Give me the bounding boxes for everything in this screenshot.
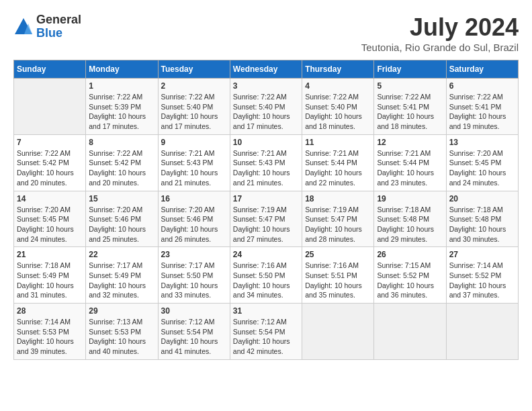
day-info: Sunrise: 7:21 AMSunset: 5:44 PMDaylight:… (305, 148, 371, 188)
day-info: Sunrise: 7:13 AMSunset: 5:53 PMDaylight:… (89, 317, 154, 357)
day-number: 6 (449, 81, 515, 91)
day-number: 9 (161, 138, 227, 147)
day-info: Sunrise: 7:21 AMSunset: 5:44 PMDaylight:… (377, 148, 443, 188)
month-year: July 2024 (361, 13, 519, 42)
calendar-cell (446, 304, 518, 360)
calendar-week-row: 21Sunrise: 7:18 AMSunset: 5:49 PMDayligh… (14, 247, 519, 304)
calendar-cell: 22Sunrise: 7:17 AMSunset: 5:49 PMDayligh… (86, 247, 158, 304)
day-info: Sunrise: 7:12 AMSunset: 5:54 PMDaylight:… (233, 317, 299, 357)
logo-general: General (36, 13, 81, 27)
logo: General Blue (13, 13, 81, 40)
day-number: 11 (305, 138, 371, 147)
calendar-cell: 5Sunrise: 7:22 AMSunset: 5:41 PMDaylight… (374, 79, 446, 135)
day-number: 4 (305, 81, 371, 91)
day-info: Sunrise: 7:19 AMSunset: 5:47 PMDaylight:… (233, 205, 299, 244)
calendar-cell: 28Sunrise: 7:14 AMSunset: 5:53 PMDayligh… (14, 304, 86, 360)
day-number: 15 (89, 194, 154, 203)
header-row: SundayMondayTuesdayWednesdayThursdayFrid… (14, 60, 519, 79)
calendar-cell: 4Sunrise: 7:22 AMSunset: 5:40 PMDaylight… (302, 79, 374, 135)
calendar-cell: 17Sunrise: 7:19 AMSunset: 5:47 PMDayligh… (230, 191, 302, 247)
title-block: July 2024 Teutonia, Rio Grande do Sul, B… (361, 13, 519, 53)
day-info: Sunrise: 7:20 AMSunset: 5:45 PMDaylight:… (17, 205, 83, 244)
logo-text: General Blue (36, 13, 81, 40)
calendar-cell: 26Sunrise: 7:15 AMSunset: 5:52 PMDayligh… (374, 247, 446, 304)
day-number: 25 (305, 250, 371, 259)
calendar-cell: 2Sunrise: 7:22 AMSunset: 5:40 PMDaylight… (158, 79, 230, 135)
day-info: Sunrise: 7:22 AMSunset: 5:39 PMDaylight:… (89, 92, 154, 132)
calendar-week-row: 14Sunrise: 7:20 AMSunset: 5:45 PMDayligh… (14, 191, 519, 247)
weekday-header: Friday (374, 60, 446, 79)
calendar-week-row: 7Sunrise: 7:22 AMSunset: 5:42 PMDaylight… (14, 134, 519, 191)
day-info: Sunrise: 7:14 AMSunset: 5:52 PMDaylight:… (449, 261, 515, 300)
day-number: 5 (377, 81, 443, 91)
day-number: 2 (161, 81, 227, 91)
calendar-cell: 29Sunrise: 7:13 AMSunset: 5:53 PMDayligh… (86, 304, 158, 360)
day-info: Sunrise: 7:22 AMSunset: 5:41 PMDaylight:… (449, 92, 515, 132)
calendar-cell (302, 304, 374, 360)
day-number: 8 (89, 138, 154, 147)
calendar-week-row: 28Sunrise: 7:14 AMSunset: 5:53 PMDayligh… (14, 304, 519, 360)
calendar-week-row: 1Sunrise: 7:22 AMSunset: 5:39 PMDaylight… (14, 79, 519, 135)
weekday-header: Saturday (446, 60, 518, 79)
day-number: 7 (17, 138, 83, 147)
weekday-header: Wednesday (230, 60, 302, 79)
calendar-cell: 13Sunrise: 7:20 AMSunset: 5:45 PMDayligh… (446, 134, 518, 191)
day-number: 13 (449, 138, 515, 147)
day-info: Sunrise: 7:17 AMSunset: 5:50 PMDaylight:… (161, 261, 227, 300)
day-number: 3 (233, 81, 299, 91)
day-info: Sunrise: 7:22 AMSunset: 5:42 PMDaylight:… (17, 148, 83, 188)
day-info: Sunrise: 7:18 AMSunset: 5:48 PMDaylight:… (377, 205, 443, 244)
day-info: Sunrise: 7:16 AMSunset: 5:51 PMDaylight:… (305, 261, 371, 300)
day-number: 26 (377, 250, 443, 259)
calendar-cell: 10Sunrise: 7:21 AMSunset: 5:43 PMDayligh… (230, 134, 302, 191)
day-info: Sunrise: 7:15 AMSunset: 5:52 PMDaylight:… (377, 261, 443, 300)
weekday-header: Tuesday (158, 60, 230, 79)
day-number: 24 (233, 250, 299, 259)
day-number: 17 (233, 194, 299, 203)
calendar-cell: 16Sunrise: 7:20 AMSunset: 5:46 PMDayligh… (158, 191, 230, 247)
calendar-cell: 25Sunrise: 7:16 AMSunset: 5:51 PMDayligh… (302, 247, 374, 304)
day-number: 28 (17, 306, 83, 316)
day-number: 29 (89, 306, 154, 316)
location: Teutonia, Rio Grande do Sul, Brazil (361, 42, 519, 53)
day-number: 16 (161, 194, 227, 203)
calendar-cell: 21Sunrise: 7:18 AMSunset: 5:49 PMDayligh… (14, 247, 86, 304)
calendar-cell: 14Sunrise: 7:20 AMSunset: 5:45 PMDayligh… (14, 191, 86, 247)
day-info: Sunrise: 7:21 AMSunset: 5:43 PMDaylight:… (161, 148, 227, 188)
day-number: 22 (89, 250, 154, 259)
day-info: Sunrise: 7:22 AMSunset: 5:40 PMDaylight:… (161, 92, 227, 132)
calendar-cell (14, 79, 86, 135)
calendar-cell: 11Sunrise: 7:21 AMSunset: 5:44 PMDayligh… (302, 134, 374, 191)
day-info: Sunrise: 7:22 AMSunset: 5:41 PMDaylight:… (377, 92, 443, 132)
day-number: 12 (377, 138, 443, 147)
weekday-header: Thursday (302, 60, 374, 79)
day-number: 20 (449, 194, 515, 203)
calendar-cell: 15Sunrise: 7:20 AMSunset: 5:46 PMDayligh… (86, 191, 158, 247)
day-number: 21 (17, 250, 83, 259)
day-info: Sunrise: 7:12 AMSunset: 5:54 PMDaylight:… (161, 317, 227, 357)
day-info: Sunrise: 7:21 AMSunset: 5:43 PMDaylight:… (233, 148, 299, 188)
day-number: 1 (89, 81, 154, 91)
calendar-cell: 8Sunrise: 7:22 AMSunset: 5:42 PMDaylight… (86, 134, 158, 191)
calendar-cell: 7Sunrise: 7:22 AMSunset: 5:42 PMDaylight… (14, 134, 86, 191)
day-number: 14 (17, 194, 83, 203)
weekday-header: Monday (86, 60, 158, 79)
day-number: 10 (233, 138, 299, 147)
day-info: Sunrise: 7:17 AMSunset: 5:49 PMDaylight:… (89, 261, 154, 300)
calendar-cell: 24Sunrise: 7:16 AMSunset: 5:50 PMDayligh… (230, 247, 302, 304)
day-number: 18 (305, 194, 371, 203)
weekday-header: Sunday (14, 60, 86, 79)
calendar-cell: 18Sunrise: 7:19 AMSunset: 5:47 PMDayligh… (302, 191, 374, 247)
day-info: Sunrise: 7:19 AMSunset: 5:47 PMDaylight:… (305, 205, 371, 244)
calendar-cell: 9Sunrise: 7:21 AMSunset: 5:43 PMDaylight… (158, 134, 230, 191)
page-header: General Blue July 2024 Teutonia, Rio Gra… (13, 13, 519, 53)
day-info: Sunrise: 7:22 AMSunset: 5:40 PMDaylight:… (233, 92, 299, 132)
day-info: Sunrise: 7:22 AMSunset: 5:40 PMDaylight:… (305, 92, 371, 132)
calendar-cell: 12Sunrise: 7:21 AMSunset: 5:44 PMDayligh… (374, 134, 446, 191)
day-number: 30 (161, 306, 227, 316)
calendar-cell: 31Sunrise: 7:12 AMSunset: 5:54 PMDayligh… (230, 304, 302, 360)
day-number: 23 (161, 250, 227, 259)
day-number: 19 (377, 194, 443, 203)
calendar-table: SundayMondayTuesdayWednesdayThursdayFrid… (13, 60, 519, 360)
calendar-cell: 20Sunrise: 7:18 AMSunset: 5:48 PMDayligh… (446, 191, 518, 247)
